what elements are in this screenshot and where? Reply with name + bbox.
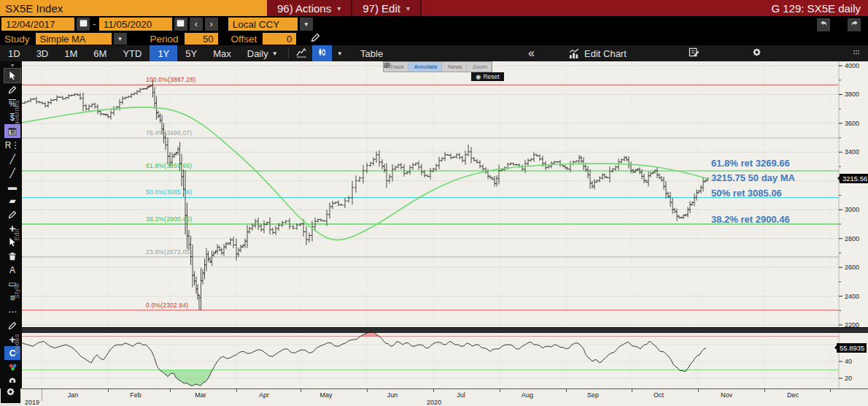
gear-icon[interactable]	[751, 45, 762, 61]
month-label: Jun	[387, 391, 398, 399]
edit-chart-button[interactable]: Edit Chart	[569, 45, 627, 61]
retracement-annotation[interactable]: 3215.75 50 day MA	[711, 172, 795, 183]
month-label: Oct	[654, 391, 664, 399]
date-from-field[interactable]: 12/04/2017	[1, 18, 74, 31]
sidebar-section-label: Modes	[13, 322, 20, 366]
retracement-annotation[interactable]: 50% ret 3085.06	[711, 188, 782, 199]
bloomberg-terminal-window: SX5E Index 96) Actions ▾ 97) Edit ▾ G 12…	[0, 0, 868, 406]
study-axis-label: 20	[845, 375, 852, 382]
lower-study-panel[interactable]: 55.8935 4020	[22, 333, 868, 388]
svg-text:2400: 2400	[845, 293, 859, 300]
prev-period-button[interactable]: ‹	[190, 18, 203, 31]
svg-text:3000: 3000	[845, 206, 859, 213]
sidebar-section-label: Style	[13, 269, 20, 313]
calendar-icon[interactable]	[77, 18, 90, 31]
line-chart-type-icon[interactable]	[291, 45, 312, 61]
sidebar-collapse-icon[interactable]: ▾	[4, 61, 20, 69]
range-ytd-button[interactable]: YTD	[115, 45, 150, 61]
svg-text:4000: 4000	[845, 62, 859, 69]
svg-text:2200: 2200	[845, 321, 859, 327]
range-3d-button[interactable]: 3D	[28, 45, 57, 61]
next-period-button[interactable]: ›	[205, 18, 218, 31]
month-label: Dec	[787, 391, 799, 399]
month-tick	[566, 389, 567, 392]
svg-text:3600: 3600	[845, 120, 859, 127]
currency-select[interactable]: Local CCY	[228, 18, 298, 31]
month-tick	[170, 389, 171, 392]
trend-line-icon[interactable]: ╱	[4, 152, 20, 166]
draw-pencil-icon[interactable]	[311, 32, 320, 45]
actions-menu[interactable]: 96) Actions ▾	[267, 0, 352, 16]
study-select[interactable]: Simple MA	[36, 33, 112, 45]
undo-icon[interactable]	[817, 18, 830, 31]
edit-chart-icon	[569, 48, 580, 59]
channel-icon[interactable]: ▰	[4, 194, 20, 207]
redo-icon[interactable]	[848, 18, 861, 31]
chevron-down-icon: ▼	[272, 50, 278, 57]
page-title: G 129: SX5E daily	[771, 2, 861, 15]
year-label: 2019	[25, 399, 39, 406]
fib-level-label[interactable]: 23.6%(2672.05)	[146, 248, 192, 256]
reset-zoom-button[interactable]: ◉ Reset	[471, 72, 504, 81]
retracement-annotation[interactable]: 61.8% ret 3269.66	[711, 158, 790, 169]
fib-level-label[interactable]: 38.2%(2900.46)	[146, 215, 192, 223]
horizontal-line-icon[interactable]: ▬	[4, 180, 20, 194]
month-tick	[433, 389, 434, 392]
chevron-down-icon[interactable]: ▾	[300, 18, 313, 31]
offset-label: Offset	[231, 34, 257, 45]
fib-level-label[interactable]: 100.0%(3867.28)	[146, 76, 195, 83]
month-label: Mar	[195, 391, 206, 399]
calendar-icon[interactable]	[174, 18, 187, 31]
range-5y-button[interactable]: 5Y	[177, 45, 205, 61]
ray-line-icon[interactable]: ╱	[4, 166, 20, 180]
month-tick	[830, 389, 831, 392]
mini-toolbar-zoom-button[interactable]: Zoom	[467, 62, 492, 72]
range-6m-button[interactable]: 6M	[85, 45, 115, 61]
chevron-down-icon: ▾	[337, 4, 341, 12]
svg-text:2600: 2600	[845, 264, 859, 271]
offset-field[interactable]: 0	[263, 33, 296, 45]
month-label: Feb	[130, 391, 142, 399]
edit-menu[interactable]: 97) Edit ▾	[352, 0, 422, 16]
sidebar-section-label: Edit	[13, 212, 20, 256]
chart-type-caret[interactable]: ▾	[332, 45, 349, 61]
mini-toolbar-news-button[interactable]: News	[442, 62, 467, 72]
year-boundary-tick	[42, 389, 42, 401]
chart-mini-toolbar: TrackAnnotateNewsZoom	[383, 61, 492, 72]
month-tick	[764, 389, 765, 392]
month-label: May	[319, 391, 332, 399]
table-button[interactable]: Table	[352, 45, 391, 61]
study-label: Study	[4, 34, 30, 45]
month-label: Aug	[522, 391, 533, 399]
candle-chart-type-icon[interactable]	[312, 45, 332, 61]
cursor-icon[interactable]	[4, 69, 20, 83]
chevron-down-icon[interactable]: ▾	[114, 33, 127, 45]
range-1m-button[interactable]: 1M	[56, 45, 85, 61]
period-field[interactable]: 50	[185, 33, 218, 45]
svg-text:2800: 2800	[845, 235, 859, 242]
range-1y-button[interactable]: 1Y	[150, 45, 177, 61]
range-max-button[interactable]: Max	[205, 45, 239, 61]
collapse-panel-button[interactable]: «	[528, 45, 535, 61]
ticker-box[interactable]: SX5E Index	[0, 0, 267, 16]
sidebar-section-label: Favorites	[13, 93, 20, 137]
range-1d-button[interactable]: 1D	[0, 45, 28, 61]
frequency-select[interactable]: Daily▼	[239, 45, 286, 61]
date-to-field[interactable]: 11/05/2020	[99, 18, 172, 31]
month-label: Nov	[721, 391, 732, 399]
gear-icon[interactable]	[1, 383, 20, 403]
mini-toolbar-annotate-button[interactable]: Annotate	[408, 62, 442, 72]
edit-label: 97) Edit	[363, 2, 400, 15]
fib-level-label[interactable]: 0.0%(2302.84)	[146, 302, 188, 309]
drag-grip-icon[interactable]	[852, 45, 861, 61]
retracement-annotation[interactable]: 38.2% ret 2900.46	[711, 214, 790, 225]
fib-level-label[interactable]: 76.4%(3498.07)	[146, 129, 192, 137]
main-chart[interactable]: 4000380036003400320030002800260024002200…	[22, 61, 868, 327]
month-tick	[367, 389, 368, 392]
study-bar: Study Simple MA ▾ Period 50 Offset 0	[0, 32, 868, 45]
chart-note-icon[interactable]	[689, 45, 700, 61]
fib-level-label[interactable]: 50.0%(3085.06)	[146, 188, 192, 196]
fib-level-label[interactable]: 61.8%(3269.66)	[146, 162, 192, 169]
regression-icon[interactable]: R⋮	[4, 138, 20, 152]
month-tick	[301, 389, 301, 392]
